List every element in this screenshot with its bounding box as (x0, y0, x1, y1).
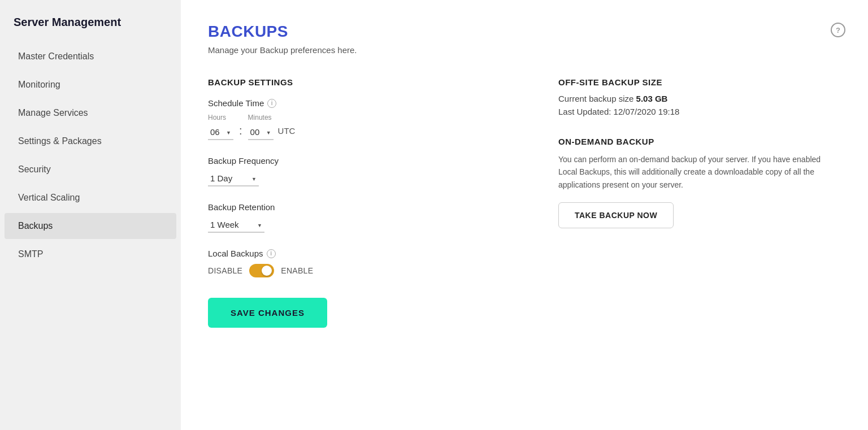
sidebar-item-master-credentials[interactable]: Master Credentials (5, 44, 176, 70)
backup-settings-heading: BACKUP SETTINGS (208, 77, 524, 87)
time-separator: : (239, 124, 242, 137)
minutes-group: Minutes 00 15 30 45 (248, 114, 274, 140)
backup-retention-select[interactable]: 1 Week 2 Weeks 3 Weeks 4 Weeks (208, 218, 264, 233)
toggle-track (249, 264, 274, 277)
backup-frequency-section: Backup Frequency 1 Day 2 Days 3 Days 7 D… (208, 156, 524, 186)
minutes-select-wrapper: 00 15 30 45 (248, 125, 274, 140)
local-backups-info-icon[interactable]: i (267, 249, 276, 258)
save-changes-button[interactable]: SAVE CHANGES (208, 298, 327, 328)
sidebar-item-monitoring[interactable]: Monitoring (5, 72, 176, 98)
utc-label: UTC (278, 126, 296, 136)
last-updated: Last Updated: 12/07/2020 19:18 (558, 107, 841, 116)
local-backups-label: Local Backups i (208, 249, 524, 258)
enable-label: ENABLE (281, 266, 313, 275)
sidebar-item-manage-services[interactable]: Manage Services (5, 100, 176, 126)
sidebar-item-backups[interactable]: Backups (5, 213, 176, 239)
page-subtitle: Manage your Backup preferences here. (208, 45, 841, 55)
toggle-thumb (262, 266, 272, 276)
backup-frequency-label: Backup Frequency (208, 156, 524, 166)
backup-retention-label: Backup Retention (208, 202, 524, 212)
app-title: Server Management (0, 16, 181, 42)
backup-frequency-select-wrapper: 1 Day 2 Days 3 Days 7 Days (208, 171, 259, 186)
current-backup-size: Current backup size 5.03 GB (558, 94, 841, 103)
backup-size-value: 5.03 GB (636, 94, 668, 103)
sidebar-item-smtp[interactable]: SMTP (5, 241, 176, 267)
page-title: BACKUPS (208, 23, 841, 41)
hours-label: Hours (208, 114, 233, 121)
local-backups-toggle-row: DISABLE ENABLE (208, 264, 524, 277)
ondemand-title: ON-DEMAND BACKUP (558, 137, 841, 146)
sidebar: Server Management Master Credentials Mon… (0, 0, 181, 430)
schedule-time-row: Hours 00 01 02 03 04 05 06 07 08 09 (208, 114, 524, 140)
main-content: ? BACKUPS Manage your Backup preferences… (181, 0, 868, 430)
backup-frequency-select[interactable]: 1 Day 2 Days 3 Days 7 Days (208, 171, 259, 186)
minutes-label: Minutes (248, 114, 274, 121)
schedule-time-info-icon[interactable]: i (267, 99, 276, 108)
ondemand-description: You can perform an on-demand backup of y… (558, 153, 841, 191)
schedule-time-label: Schedule Time i (208, 98, 524, 108)
sidebar-item-security[interactable]: Security (5, 157, 176, 183)
help-icon[interactable]: ? (831, 23, 845, 37)
backup-settings-panel: BACKUP SETTINGS Schedule Time i Hours 00… (208, 77, 524, 328)
backup-retention-section: Backup Retention 1 Week 2 Weeks 3 Weeks … (208, 202, 524, 233)
offsite-backup-section: OFF-SITE BACKUP SIZE Current backup size… (558, 77, 841, 116)
disable-label: DISABLE (208, 266, 242, 275)
minutes-select[interactable]: 00 15 30 45 (248, 125, 274, 140)
offsite-title: OFF-SITE BACKUP SIZE (558, 77, 841, 87)
backup-retention-select-wrapper: 1 Week 2 Weeks 3 Weeks 4 Weeks (208, 218, 264, 233)
take-backup-now-button[interactable]: TAKE BACKUP NOW (558, 202, 674, 228)
hours-select-wrapper: 00 01 02 03 04 05 06 07 08 09 10 11 (208, 125, 233, 140)
hours-group: Hours 00 01 02 03 04 05 06 07 08 09 (208, 114, 233, 140)
local-backups-toggle[interactable] (249, 264, 274, 277)
right-panel: OFF-SITE BACKUP SIZE Current backup size… (558, 77, 841, 328)
ondemand-backup-section: ON-DEMAND BACKUP You can perform an on-d… (558, 137, 841, 228)
sidebar-item-settings-packages[interactable]: Settings & Packages (5, 128, 176, 154)
hours-select[interactable]: 00 01 02 03 04 05 06 07 08 09 10 11 (208, 125, 233, 140)
sidebar-item-vertical-scaling[interactable]: Vertical Scaling (5, 185, 176, 211)
